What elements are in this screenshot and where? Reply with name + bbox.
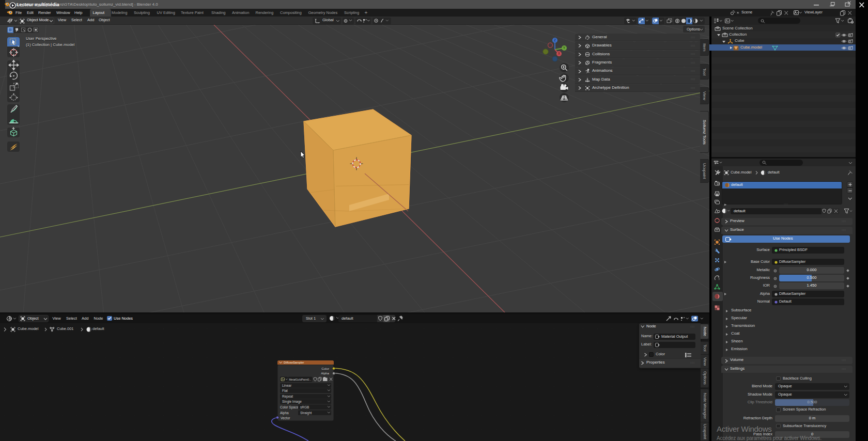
svg-text:sRGB: sRGB	[300, 405, 309, 409]
svg-text:MetalGoldPaint0...: MetalGoldPaint0...	[289, 378, 312, 381]
svg-text:Y: Y	[563, 46, 566, 50]
svg-text:Linear: Linear	[282, 384, 292, 387]
svg-text:X: X	[558, 52, 561, 55]
svg-text:Straight: Straight	[300, 411, 312, 415]
svg-text:Alpha: Alpha	[321, 371, 329, 375]
svg-text:Color: Color	[321, 367, 329, 370]
svg-text:Repeat: Repeat	[282, 395, 293, 399]
svg-text:Flat: Flat	[282, 389, 288, 392]
svg-text:Single Image: Single Image	[282, 400, 302, 404]
svg-text:Vector: Vector	[281, 416, 290, 420]
svg-text:Alpha: Alpha	[280, 411, 289, 415]
svg-text:Z: Z	[554, 38, 556, 42]
svg-text:DiffuseSampler: DiffuseSampler	[284, 361, 304, 364]
svg-text:Color Space: Color Space	[280, 405, 299, 410]
